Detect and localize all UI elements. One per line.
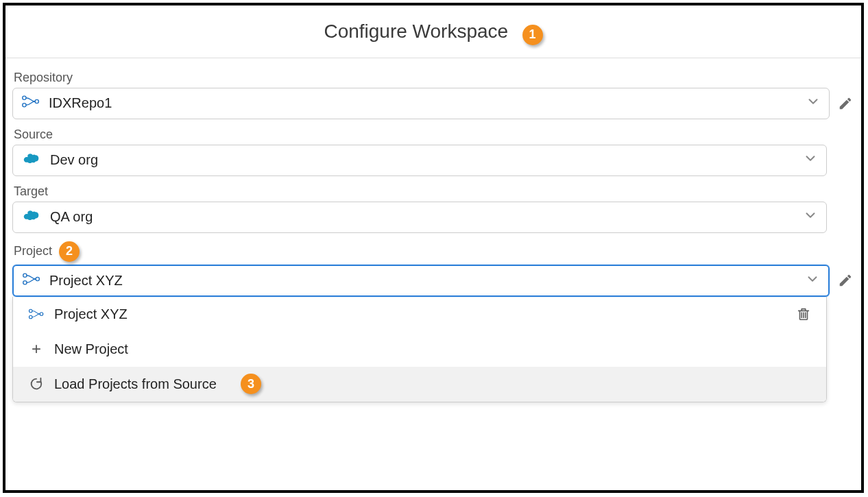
source-row: Dev org [12,145,827,176]
plus-icon: + [28,341,45,356]
project-option-load[interactable]: Load Projects from Source 3 [13,367,826,402]
delete-project-button[interactable] [796,306,811,322]
chevron-down-icon [806,94,821,112]
trash-icon [796,306,811,322]
header: Configure Workspace 1 [5,5,861,58]
repository-value: IDXRepo1 [49,95,797,111]
project-value: Project XYZ [49,273,797,289]
repository-row: IDXRepo1 [12,88,854,119]
target-label: Target [12,184,854,199]
branch-icon [22,271,41,290]
svg-point-6 [29,310,33,313]
chevron-down-icon [803,208,818,226]
page-title: Configure Workspace [324,21,508,43]
edit-project-button[interactable] [836,271,854,289]
callout-2: 2 [59,241,80,262]
pencil-icon [838,273,853,288]
pencil-icon [838,96,853,111]
source-value: Dev org [50,152,795,168]
salesforce-cloud-icon [21,151,42,169]
svg-point-3 [23,274,27,277]
callout-1: 1 [522,25,543,45]
target-row: QA org [12,202,827,233]
svg-point-1 [23,104,26,107]
chevron-down-icon [805,271,820,290]
branch-icon [28,306,45,322]
chevron-down-icon [803,151,818,169]
svg-point-0 [23,96,26,99]
edit-repository-button[interactable] [836,95,854,112]
reload-icon [28,376,45,391]
project-option-existing[interactable]: Project XYZ [13,297,826,332]
project-option-label: New Project [54,341,811,357]
project-option-new[interactable]: + New Project [13,332,826,367]
content: Repository IDXRepo1 [5,58,861,402]
project-label: Project 2 [12,241,854,262]
salesforce-cloud-icon [21,208,42,226]
project-option-label: Load Projects from Source [54,376,811,392]
workspace-config-panel: Configure Workspace 1 Repository IDXRepo… [3,3,864,493]
branch-icon [21,94,40,112]
target-value: QA org [50,209,795,225]
callout-3: 3 [241,374,261,394]
source-label: Source [12,128,854,142]
source-dropdown[interactable]: Dev org [12,145,827,176]
project-label-text: Project [14,244,52,258]
svg-point-2 [35,100,38,104]
repository-label: Repository [12,71,854,85]
svg-point-7 [29,316,33,319]
target-dropdown[interactable]: QA org [12,202,827,233]
svg-point-8 [40,313,43,316]
project-row: Project XYZ [12,265,854,297]
svg-point-5 [36,277,39,280]
project-option-label: Project XYZ [54,306,786,322]
project-dropdown[interactable]: Project XYZ [12,265,830,297]
repository-dropdown[interactable]: IDXRepo1 [12,88,830,119]
svg-point-4 [23,280,27,284]
project-listbox: Project XYZ + New Project Loa [12,297,827,402]
